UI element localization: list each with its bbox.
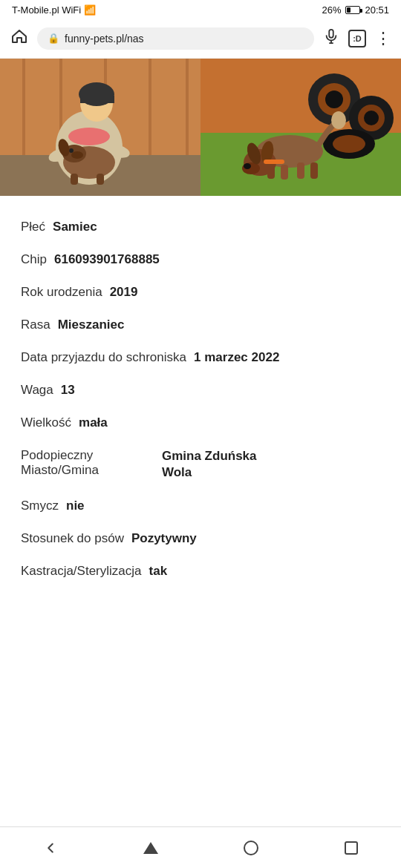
castration-row: Kastracja/Sterylizacja tak (21, 555, 380, 588)
svg-point-39 (244, 163, 251, 169)
carrier-info: T-Mobile.pl WiFi 📶 (12, 4, 96, 16)
castration-value: tak (149, 564, 168, 579)
ward-label-line2: Miasto/Gmina (21, 463, 154, 478)
lock-icon: 🔒 (48, 33, 59, 44)
home-button[interactable] (7, 24, 31, 52)
birth-row: Rok urodzenia 2019 (21, 276, 380, 309)
photo-left (0, 59, 200, 196)
size-value: mała (79, 415, 108, 430)
tabs-button[interactable] (329, 833, 374, 863)
status-right: 26% 20:51 (322, 4, 389, 16)
svg-rect-45 (297, 162, 304, 179)
svg-point-33 (364, 111, 379, 125)
arrival-row: Data przyjazdu do schroniska 1 marzec 20… (21, 341, 380, 374)
size-label: Wielkość (21, 415, 71, 430)
sex-row: Płeć Samiec (21, 211, 380, 243)
sex-value: Samiec (53, 220, 97, 234)
leash-row: Smycz nie (21, 490, 380, 522)
chip-row: Chip 616093901768885 (21, 243, 380, 276)
dogs-label: Stosunek do psów (21, 531, 124, 546)
home-nav-button[interactable] (128, 833, 173, 863)
castration-label: Kastracja/Sterylizacja (21, 564, 142, 579)
mic-button[interactable] (320, 25, 342, 51)
birth-label: Rok urodzenia (21, 285, 102, 300)
photo-right (200, 59, 401, 196)
breed-row: Rasa Mieszaniec (21, 309, 380, 341)
tab-button[interactable]: :D (348, 30, 366, 47)
photos-row (0, 59, 401, 196)
svg-rect-24 (97, 174, 104, 185)
chip-value: 616093901768885 (54, 252, 160, 267)
size-row: Wielkość mała (21, 407, 380, 439)
svg-point-21 (71, 151, 83, 159)
svg-rect-43 (267, 164, 275, 179)
status-bar: T-Mobile.pl WiFi 📶 26% 20:51 (0, 0, 401, 19)
svg-rect-44 (281, 165, 288, 180)
dogs-value: Pozytywny (131, 531, 197, 546)
svg-point-42 (331, 111, 346, 129)
url-text: funny-pets.pl/nas (65, 33, 304, 45)
svg-rect-46 (310, 162, 318, 179)
back-button[interactable] (28, 833, 73, 863)
arrival-label: Data przyjazdu do schroniska (21, 350, 186, 365)
svg-point-15 (68, 128, 110, 145)
url-bar[interactable]: 🔒 funny-pets.pl/nas (37, 27, 314, 50)
ward-row: Podopieczny Miasto/Gmina Gmina Zduńska W… (21, 439, 380, 490)
birth-value: 2019 (110, 285, 138, 300)
more-button[interactable]: ⋮ (372, 26, 394, 51)
time-display: 20:51 (365, 4, 389, 16)
leash-label: Smycz (21, 499, 59, 513)
bottom-navigation (0, 826, 401, 868)
ward-label-line1: Podopieczny (21, 448, 154, 463)
weight-label: Waga (21, 383, 53, 398)
breed-label: Rasa (21, 318, 50, 332)
ward-value: Gmina Zduńska Wola (162, 448, 281, 481)
weight-value: 13 (61, 383, 75, 398)
arrival-value: 1 marzec 2022 (194, 350, 279, 365)
battery-percent: 26% (322, 4, 341, 16)
svg-rect-47 (264, 160, 284, 164)
dogs-row: Stosunek do psów Pozytywny (21, 522, 380, 555)
sex-label: Płeć (21, 220, 45, 234)
chip-label: Chip (21, 252, 47, 267)
recents-button[interactable] (229, 833, 273, 863)
breed-value: Mieszaniec (58, 318, 125, 332)
carrier-text: T-Mobile.pl WiFi (12, 4, 81, 16)
svg-rect-0 (329, 30, 333, 38)
browser-bar: 🔒 funny-pets.pl/nas :D ⋮ (0, 19, 401, 59)
leash-value: nie (66, 499, 85, 513)
info-section: Płeć Samiec Chip 616093901768885 Rok uro… (0, 196, 401, 602)
svg-point-20 (69, 148, 74, 153)
weight-row: Waga 13 (21, 374, 380, 407)
svg-rect-23 (71, 174, 78, 185)
svg-point-35 (333, 135, 365, 153)
wifi-icon: 📶 (84, 4, 96, 16)
svg-point-30 (325, 91, 343, 108)
svg-rect-14 (80, 96, 114, 103)
battery-icon (345, 6, 360, 14)
